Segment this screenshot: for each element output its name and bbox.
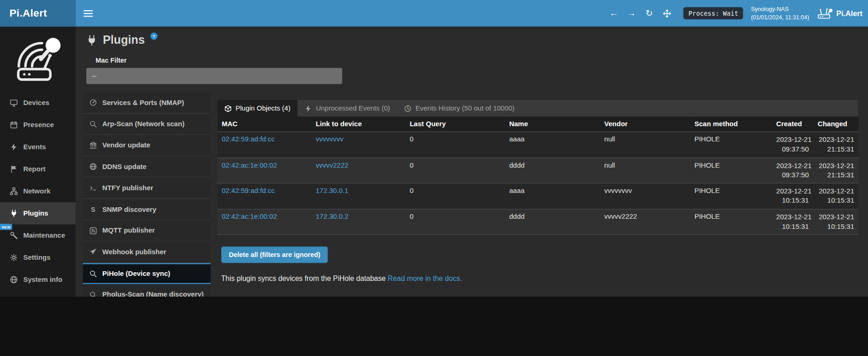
process-status-badge: Process: Wait xyxy=(683,7,743,19)
plugin-description-text: This plugin syncs devices from the PiHol… xyxy=(221,274,388,282)
nav-refresh-button[interactable]: ↻ xyxy=(640,0,658,27)
created-time: 10:15:31 xyxy=(776,222,809,232)
scan-method-cell: PIHOLE xyxy=(690,132,772,158)
bolt-icon xyxy=(305,105,312,112)
col-header-link: Link to device xyxy=(311,117,405,132)
plugin-list: Services & Ports (NMAP) Arp-Scan (Networ… xyxy=(83,92,211,297)
vendor-cell: null xyxy=(600,158,690,183)
sidebar-toggle-button[interactable] xyxy=(83,10,93,17)
plugin-item-webhook[interactable]: Webhook publisher xyxy=(83,242,211,263)
sidebar-item-report[interactable]: Report xyxy=(0,158,76,180)
device-link[interactable]: vvvvv2222 xyxy=(316,161,348,169)
last-query-cell: 0 xyxy=(405,209,505,235)
plugin-item-label: MQTT publisher xyxy=(102,227,155,234)
plugin-item-pholus[interactable]: Pholus-Scan (Name discovery) xyxy=(83,284,211,297)
wrench-icon xyxy=(9,232,18,239)
mqtt-icon xyxy=(89,227,97,234)
sidebar-item-help-faq[interactable]: ? Help / FAQ xyxy=(0,291,76,297)
changed-time: 10:15:31 xyxy=(818,222,854,232)
plugins-content: Services & Ports (NMAP) Arp-Scan (Networ… xyxy=(76,92,868,297)
arrow-right-icon: → xyxy=(627,0,636,27)
changed-time: 21:15:31 xyxy=(818,145,854,155)
plugin-item-label: SNMP discovery xyxy=(102,205,156,213)
mac-link[interactable]: 02:42:59:ad:fd:cc xyxy=(222,187,275,195)
sidebar-item-plugins[interactable]: Plugins xyxy=(0,202,76,224)
plugin-item-ddns[interactable]: DDNS update xyxy=(83,156,211,177)
col-header-last-query: Last Query xyxy=(405,117,505,132)
plugin-item-vendor-update[interactable]: Vendor update xyxy=(83,135,211,156)
nav-forward-button[interactable]: → xyxy=(622,0,640,27)
refresh-icon: ↻ xyxy=(645,0,653,27)
table-row: 02:42:ac:1e:00:02 172.30.0.2 0 dddd vvvv… xyxy=(217,209,859,235)
tab-events-history[interactable]: Events History (50 out of 10000) xyxy=(397,100,522,117)
last-query-cell: 0 xyxy=(405,158,505,183)
sidebar-item-devices[interactable]: Devices xyxy=(0,92,76,114)
plugin-item-nmap[interactable]: Services & Ports (NMAP) xyxy=(83,92,211,113)
sidebar-item-settings[interactable]: Settings xyxy=(0,246,76,268)
plugin-item-ntfy[interactable]: NTFY publisher xyxy=(83,178,211,199)
tab-plugin-objects[interactable]: Plugin Objects (4) xyxy=(217,100,298,117)
col-header-name: Name xyxy=(505,117,600,132)
col-header-scan-method: Scan method xyxy=(690,117,772,132)
mac-link[interactable]: 02:42:ac:1e:00:02 xyxy=(222,161,277,169)
radar-icon xyxy=(89,99,97,106)
send-icon xyxy=(89,248,97,256)
plugin-description: This plugin syncs devices from the PiHol… xyxy=(221,274,858,282)
plugin-item-label: Webhook publisher xyxy=(102,248,166,256)
nav-move-button[interactable] xyxy=(658,0,675,27)
host-timestamp: (01/01/2024, 11:31:04) xyxy=(751,13,809,22)
gear-icon xyxy=(9,254,18,262)
snmp-icon: S xyxy=(89,206,97,212)
search-icon xyxy=(89,120,97,128)
plugin-item-mqtt[interactable]: MQTT publisher xyxy=(83,220,211,241)
plugin-tabs: Plugin Objects (4) Unprocessed Events (0… xyxy=(217,100,858,117)
scan-method-cell: PIHOLE xyxy=(690,183,772,209)
col-header-mac: MAC xyxy=(217,117,311,132)
plugin-item-pihole[interactable]: PiHole (Device sync) xyxy=(83,263,211,284)
mac-link[interactable]: 02:42:59:ad:fd:cc xyxy=(222,135,275,143)
mac-filter-input[interactable] xyxy=(86,68,342,84)
cube-icon xyxy=(224,105,232,112)
tab-label: Plugin Objects (4) xyxy=(235,105,290,112)
mac-link[interactable]: 02:42:ac:1e:00:02 xyxy=(222,212,277,220)
docs-link[interactable]: Read more in the docs. xyxy=(388,274,462,282)
changed-date: 2023-12-21 xyxy=(818,212,854,222)
sidebar-item-label: System info xyxy=(23,276,62,284)
created-date: 2023-12-21 xyxy=(776,187,809,197)
arrows-move-icon xyxy=(663,9,671,18)
nav-back-button[interactable]: ← xyxy=(605,0,622,27)
tab-unprocessed-events[interactable]: Unprocessed Events (0) xyxy=(298,100,397,117)
sidebar-item-label: Devices xyxy=(23,99,49,107)
sidebar-item-network[interactable]: Network xyxy=(0,180,76,202)
sidebar-menu: Devices Presence Events Report Network P… xyxy=(0,92,76,297)
flag-icon xyxy=(9,165,18,173)
vendor-cell: vvvvvvvv xyxy=(600,183,690,209)
sidebar-item-label: Network xyxy=(23,187,50,195)
brand-logo[interactable]: Pi.Alert xyxy=(0,0,76,27)
plugin-item-snmp[interactable]: S SNMP discovery xyxy=(83,199,211,220)
created-cell: 2023-12-2110:15:31 xyxy=(772,209,813,235)
sidebar-item-presence[interactable]: Presence xyxy=(0,114,76,136)
device-link[interactable]: vvvvvvvv xyxy=(316,135,343,143)
table-row: 02:42:ac:1e:00:02 vvvvv2222 0 dddd null … xyxy=(217,158,859,183)
sidebar: Devices Presence Events Report Network P… xyxy=(0,27,76,297)
sidebar-item-label: Events xyxy=(23,143,46,151)
sidebar-item-label: Presence xyxy=(23,121,54,129)
monitor-icon xyxy=(9,99,18,107)
plug-icon xyxy=(86,35,97,48)
sidebar-item-events[interactable]: Events xyxy=(0,136,76,158)
vendor-cell: vvvvv2222 xyxy=(600,209,690,235)
mac-filter-label: Mac Filter xyxy=(96,56,868,64)
docs-info-badge[interactable]: ? xyxy=(150,33,158,40)
page-title-text: Plugins xyxy=(103,34,145,46)
plugin-item-arpscan[interactable]: Arp-Scan (Network scan) xyxy=(83,114,211,135)
created-time: 10:15:31 xyxy=(776,196,809,206)
device-link[interactable]: 172.30.0.1 xyxy=(316,187,348,195)
sidebar-item-system-info[interactable]: System info xyxy=(0,268,76,291)
navbar-brand-right: Pi.Alert xyxy=(836,9,862,18)
changed-cell: 2023-12-2110:15:31 xyxy=(813,209,858,235)
delete-all-button[interactable]: Delete all (filters are ignored) xyxy=(221,246,328,263)
top-navbar: Pi.Alert ← → ↻ Process: Wait Synology-NA… xyxy=(0,0,868,27)
plugin-detail-panel: Plugin Objects (4) Unprocessed Events (0… xyxy=(217,100,858,282)
device-link[interactable]: 172.30.0.2 xyxy=(316,212,348,220)
